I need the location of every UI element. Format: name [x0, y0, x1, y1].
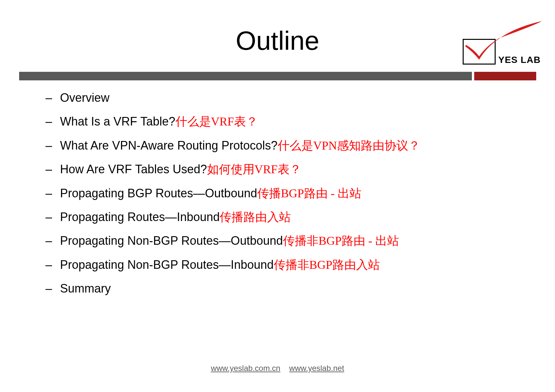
item-text-zh: 什么是VRF表？ [175, 115, 258, 128]
list-item: – Propagating Non-BGP Routes—Outbound传播非… [46, 233, 514, 249]
dash-bullet: – [46, 280, 55, 297]
dash-bullet: – [46, 233, 55, 249]
item-text-en: Summary [60, 282, 111, 295]
list-item: – Overview [46, 90, 514, 106]
footer-link-2[interactable]: www.yeslab.net [289, 364, 344, 373]
list-item: – Summary [46, 280, 514, 297]
footer-link-1[interactable]: www.yeslab.com.cn [211, 364, 280, 373]
logo-text: YES LAB [498, 55, 540, 65]
logo: YES LAB [456, 22, 548, 69]
divider-gray [19, 72, 472, 80]
dash-bullet: – [46, 137, 55, 154]
item-text-en: Propagating Non-BGP Routes—Inbound [60, 258, 274, 271]
item-text-zh: 传播非BGP路由入站 [274, 258, 380, 271]
item-text-zh: 传播非BGP路由 - 出站 [283, 234, 399, 247]
dash-bullet: – [46, 257, 55, 273]
item-text-zh: 什么是VPN感知路由协议？ [278, 139, 420, 152]
list-item: – What Are VPN-Aware Routing Protocols?什… [46, 137, 514, 154]
dash-bullet: – [46, 209, 55, 225]
item-text-en: What Are VPN-Aware Routing Protocols? [60, 139, 278, 152]
footer: www.yeslab.com.cn www.yeslab.net [0, 364, 555, 373]
item-text-en: What Is a VRF Table? [60, 115, 175, 128]
item-text-en: Propagating Routes—Inbound [60, 210, 220, 224]
dash-bullet: – [46, 161, 55, 178]
item-text-zh: 传播BGP路由 - 出站 [257, 187, 361, 200]
slide: Outline YES LAB – Overview – What Is a V… [0, 0, 555, 392]
item-text-en: Overview [60, 91, 109, 104]
item-text-en: Propagating Non-BGP Routes—Outbound [60, 234, 283, 247]
item-text-en: Propagating BGP Routes—Outbound [60, 186, 257, 200]
dash-bullet: – [46, 90, 55, 106]
outline-list: – Overview – What Is a VRF Table?什么是VRF表… [46, 90, 514, 304]
list-item: – Propagating Routes—Inbound传播路由入站 [46, 209, 514, 225]
divider-red [474, 72, 536, 80]
dash-bullet: – [46, 185, 55, 202]
list-item: – How Are VRF Tables Used?如何使用VRF表？ [46, 161, 514, 178]
list-item: – Propagating Non-BGP Routes—Inbound传播非B… [46, 257, 514, 273]
dash-bullet: – [46, 113, 55, 130]
item-text-en: How Are VRF Tables Used? [60, 162, 207, 176]
item-text-zh: 传播路由入站 [220, 210, 291, 224]
item-text-zh: 如何使用VRF表？ [207, 163, 301, 176]
list-item: – What Is a VRF Table?什么是VRF表？ [46, 113, 514, 130]
list-item: – Propagating BGP Routes—Outbound传播BGP路由… [46, 185, 514, 202]
